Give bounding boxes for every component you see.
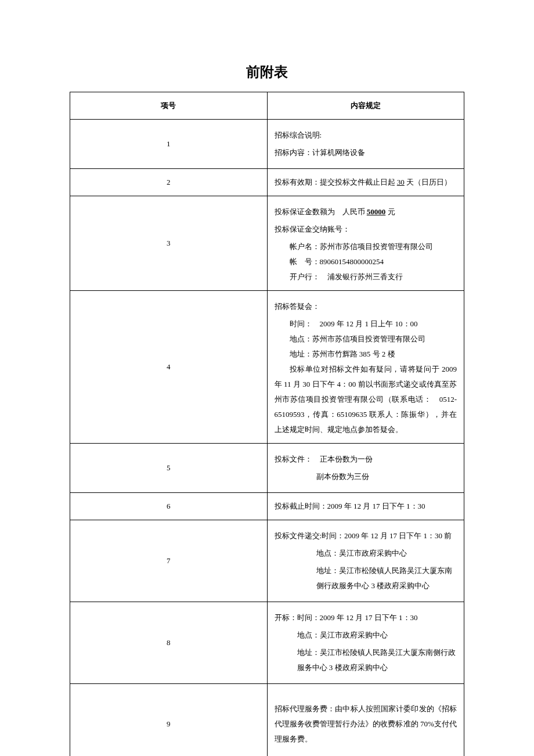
- row-number: 9: [70, 684, 268, 757]
- open-address: 地址：吴江市松陵镇人民路吴江大厦东南侧行政服务中心 3 楼政府采购中心: [275, 645, 457, 675]
- row-number: 1: [70, 120, 268, 169]
- row-content: 招标代理服务费：由中标人按照国家计委印发的《招标代理服务收费管理暂行办法》的收费…: [267, 684, 464, 757]
- qa-time: 时间： 2009 年 12 月 1 日上午 10：00: [275, 316, 457, 332]
- row-content: 投标有效期：提交投标文件截止日起 30 天（日历日）: [267, 169, 464, 196]
- header-content: 内容规定: [267, 92, 464, 120]
- deposit-suffix: 元: [385, 207, 395, 216]
- table-row: 6 投标截止时间：2009 年 12 月 17 日下午 1：30: [70, 493, 464, 520]
- open-place: 地点：吴江市政府采购中心: [275, 628, 457, 643]
- bid-valid-days: 30: [397, 178, 405, 186]
- text-line: 投标有效期：提交投标文件截止日起: [275, 178, 397, 186]
- table-row: 8 开标：时间：2009 年 12 月 17 日下午 1：30 地点：吴江市政府…: [70, 602, 464, 684]
- table-row: 1 招标综合说明: 招标内容：计算机网络设备: [70, 120, 464, 169]
- table-row: 3 投标保证金数额为 人民币 50000 元 投标保证金交纳账号： 帐户名：苏州…: [70, 196, 464, 291]
- text-line: 副本份数为三份: [275, 469, 457, 484]
- row-number: 8: [70, 602, 268, 684]
- row-content: 投标文件： 正本份数为一份 副本份数为三份: [267, 444, 464, 493]
- table-header-row: 项号 内容规定: [70, 92, 464, 120]
- bank-name: 开户行： 浦发银行苏州三香支行: [275, 269, 457, 285]
- row-content: 招标答疑会： 时间： 2009 年 12 月 1 日上午 10：00 地点：苏州…: [267, 291, 464, 444]
- text-line: 投标文件递交:时间：2009 年 12 月 17 日下午 1：30 前: [275, 528, 457, 543]
- header-item-no: 项号: [70, 92, 268, 120]
- account-name: 帐户名：苏州市苏信项目投资管理有限公司: [275, 239, 457, 254]
- table-row: 2 投标有效期：提交投标文件截止日起 30 天（日历日）: [70, 169, 464, 196]
- text-line: 投标保证金数额为 人民币 50000 元: [275, 204, 457, 219]
- qa-paragraph: 投标单位对招标文件如有疑问，请将疑问于 2009 年 11 月 30 日下午 4…: [275, 362, 457, 437]
- text-line: 投标保证金交纳账号：: [275, 222, 457, 237]
- table-row: 4 招标答疑会： 时间： 2009 年 12 月 1 日上午 10：00 地点：…: [70, 291, 464, 444]
- text-line: 招标代理服务费：由中标人按照国家计委印发的《招标代理服务收费管理暂行办法》的收费…: [275, 704, 457, 743]
- text-line: 投标截止时间：2009 年 12 月 17 日下午 1：30: [275, 502, 425, 510]
- row-content: 投标文件递交:时间：2009 年 12 月 17 日下午 1：30 前 地点：吴…: [267, 520, 464, 602]
- text-line: 投标文件： 正本份数为一份: [275, 452, 457, 467]
- table-row: 5 投标文件： 正本份数为一份 副本份数为三份: [70, 444, 464, 493]
- row-number: 4: [70, 291, 268, 444]
- text-line: 招标综合说明:: [275, 128, 457, 143]
- submit-place: 地点：吴江市政府采购中心: [275, 546, 457, 561]
- page: 前附表 项号 内容规定 1 招标综合说明: 招标内容：计算机网络设备 2 投标有…: [0, 0, 534, 756]
- row-number: 7: [70, 520, 268, 602]
- row-number: 6: [70, 493, 268, 520]
- text-line: 开标：时间：2009 年 12 月 17 日下午 1：30: [275, 610, 457, 625]
- table-row: 7 投标文件递交:时间：2009 年 12 月 17 日下午 1：30 前 地点…: [70, 520, 464, 602]
- row-content: 投标截止时间：2009 年 12 月 17 日下午 1：30: [267, 493, 464, 520]
- submit-address: 地址：吴江市松陵镇人民路吴江大厦东南侧行政服务中心 3 楼政府采购中心: [275, 563, 457, 593]
- text-line: 招标内容：计算机网络设备: [275, 145, 457, 160]
- attachment-table: 项号 内容规定 1 招标综合说明: 招标内容：计算机网络设备 2 投标有效期：提…: [70, 92, 464, 756]
- row-number: 2: [70, 169, 268, 196]
- account-number: 帐 号：89060154800000254: [275, 254, 457, 269]
- text-line: 天（日历日）: [405, 178, 452, 186]
- page-title: 前附表: [70, 58, 464, 86]
- row-number: 3: [70, 196, 268, 291]
- table-row: 9 招标代理服务费：由中标人按照国家计委印发的《招标代理服务收费管理暂行办法》的…: [70, 684, 464, 757]
- row-number: 5: [70, 444, 268, 493]
- qa-place: 地点：苏州市苏信项目投资管理有限公司: [275, 332, 457, 347]
- qa-address: 地址：苏州市竹辉路 385 号 2 楼: [275, 347, 457, 362]
- text-line: 招标答疑会：: [275, 299, 457, 314]
- row-content: 开标：时间：2009 年 12 月 17 日下午 1：30 地点：吴江市政府采购…: [267, 602, 464, 684]
- deposit-prefix: 投标保证金数额为 人民币: [275, 207, 367, 216]
- row-content: 投标保证金数额为 人民币 50000 元 投标保证金交纳账号： 帐户名：苏州市苏…: [267, 196, 464, 291]
- deposit-amount: 50000: [367, 207, 386, 216]
- row-content: 招标综合说明: 招标内容：计算机网络设备: [267, 120, 464, 169]
